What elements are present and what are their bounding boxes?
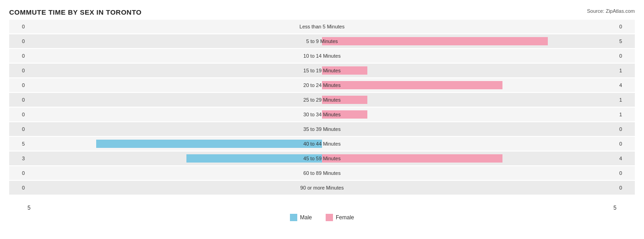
axis-labels: 5 5 (9, 203, 635, 211)
chart-container: COMMUTE TIME BY SEX IN TORONTO Source: Z… (0, 0, 644, 239)
male-value: 0 (9, 24, 27, 29)
bars-wrapper: 35 to 39 Minutes (27, 122, 617, 136)
chart-row: 020 to 24 Minutes4 (9, 78, 635, 92)
bar-label: 35 to 39 Minutes (303, 126, 340, 132)
source-label: Source: ZipAtlas.com (587, 8, 635, 14)
axis-left: 5 (27, 205, 31, 211)
bars-wrapper: 40 to 44 Minutes (27, 137, 617, 151)
chart-row: 015 to 19 Minutes1 (9, 64, 635, 77)
bars-wrapper: 30 to 34 Minutes (27, 108, 617, 121)
bar-label: 10 to 14 Minutes (303, 53, 340, 59)
chart-row: 030 to 34 Minutes1 (9, 108, 635, 121)
chart-area: 0Less than 5 Minutes005 to 9 Minutes5010… (9, 20, 635, 203)
bars-wrapper: 5 to 9 Minutes (27, 34, 617, 48)
bars-wrapper: 10 to 14 Minutes (27, 49, 617, 63)
male-value: 3 (9, 156, 27, 161)
female-value: 5 (617, 38, 635, 44)
legend-female-box (326, 214, 333, 221)
bars-wrapper: 25 to 29 Minutes (27, 93, 617, 107)
female-bar (322, 81, 502, 89)
female-bar (322, 37, 548, 45)
female-value: 0 (617, 185, 635, 190)
chart-row: 345 to 59 Minutes4 (9, 152, 635, 165)
chart-title: COMMUTE TIME BY SEX IN TORONTO (9, 8, 635, 16)
male-value: 0 (9, 126, 27, 132)
female-value: 4 (617, 156, 635, 161)
axis-right: 5 (613, 205, 617, 211)
male-value: 0 (9, 38, 27, 44)
male-bar (186, 154, 322, 163)
legend: Male Female (9, 214, 635, 221)
female-value: 0 (617, 141, 635, 147)
male-value: 0 (9, 170, 27, 176)
female-value: 0 (617, 24, 635, 29)
chart-row: 035 to 39 Minutes0 (9, 122, 635, 136)
male-value: 0 (9, 68, 27, 73)
bars-wrapper: 15 to 19 Minutes (27, 64, 617, 77)
chart-row: 0Less than 5 Minutes0 (9, 20, 635, 33)
male-value: 0 (9, 112, 27, 117)
male-value: 5 (9, 141, 27, 147)
female-value: 0 (617, 126, 635, 132)
bar-label: 60 to 89 Minutes (303, 170, 340, 176)
female-value: 1 (617, 112, 635, 117)
bars-wrapper: 20 to 24 Minutes (27, 78, 617, 92)
female-value: 0 (617, 53, 635, 59)
chart-row: 540 to 44 Minutes0 (9, 137, 635, 151)
male-bar (96, 140, 322, 148)
female-bar (322, 110, 367, 119)
female-value: 0 (617, 170, 635, 176)
male-value: 0 (9, 53, 27, 59)
legend-female: Female (326, 214, 354, 221)
chart-row: 05 to 9 Minutes5 (9, 34, 635, 48)
bars-wrapper: 45 to 59 Minutes (27, 152, 617, 165)
chart-row: 060 to 89 Minutes0 (9, 166, 635, 180)
female-value: 1 (617, 68, 635, 73)
bars-wrapper: 60 to 89 Minutes (27, 166, 617, 180)
legend-male: Male (290, 214, 312, 221)
bar-label: 90 or more Minutes (300, 185, 344, 190)
male-value: 0 (9, 185, 27, 190)
female-value: 4 (617, 82, 635, 88)
legend-male-box (290, 214, 297, 221)
legend-male-label: Male (300, 214, 312, 221)
female-value: 1 (617, 97, 635, 103)
male-value: 0 (9, 97, 27, 103)
chart-row: 010 to 14 Minutes0 (9, 49, 635, 63)
male-value: 0 (9, 82, 27, 88)
female-bar (322, 154, 502, 163)
bars-wrapper: 90 or more Minutes (27, 181, 617, 195)
female-bar (322, 66, 367, 75)
legend-female-label: Female (336, 214, 354, 221)
female-bar (322, 96, 367, 104)
bar-label: Less than 5 Minutes (300, 24, 344, 29)
chart-row: 025 to 29 Minutes1 (9, 93, 635, 107)
chart-row: 090 or more Minutes0 (9, 181, 635, 195)
bars-wrapper: Less than 5 Minutes (27, 20, 617, 33)
